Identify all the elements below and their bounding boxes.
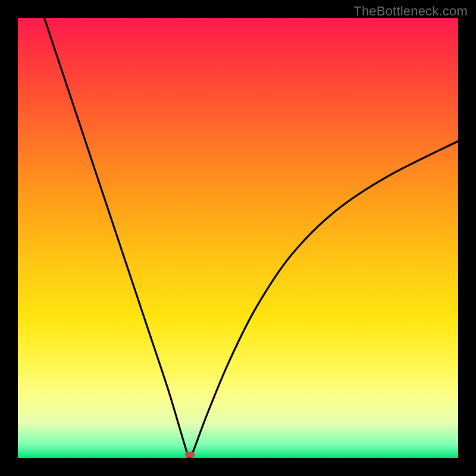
optimal-marker-icon	[185, 452, 195, 458]
credit-label: TheBottleneck.com	[353, 4, 468, 19]
bottleneck-curve	[18, 18, 458, 458]
chart-frame: TheBottleneck.com	[0, 0, 476, 476]
plot-area	[18, 18, 458, 458]
